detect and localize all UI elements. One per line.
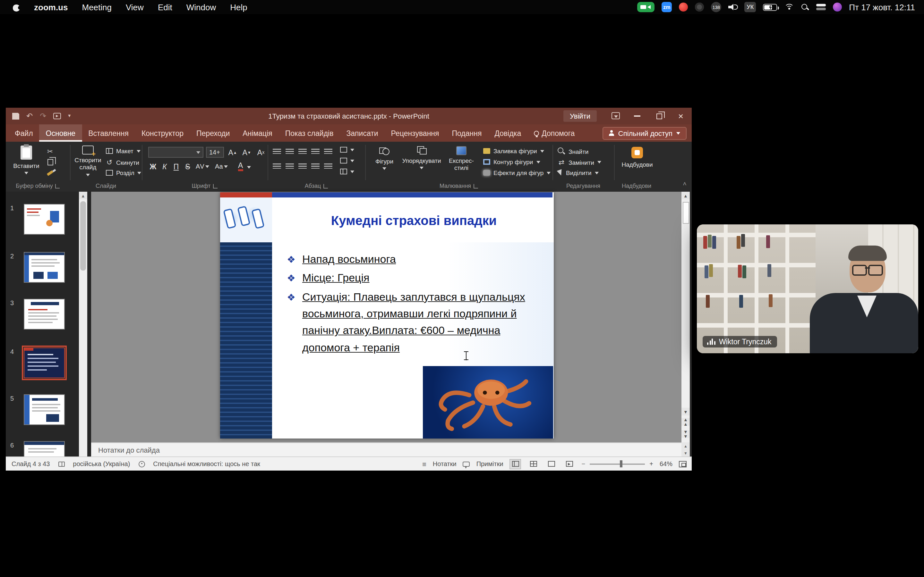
notes-pane[interactable]: Нотатки до слайда: [91, 442, 682, 456]
notes-toggle[interactable]: Нотатки: [433, 460, 457, 467]
editor-scrollbar[interactable]: ▲ ▼ ▲▲ ▼▼: [682, 192, 690, 442]
bullets-icon[interactable]: [273, 149, 281, 155]
scroll-down-icon[interactable]: ▼: [682, 450, 690, 456]
arrange-button[interactable]: Упорядкувати: [401, 146, 442, 169]
section-button[interactable]: Розділ: [106, 169, 142, 176]
notes-toggle-icon[interactable]: ≡: [422, 460, 426, 468]
apple-menu-icon[interactable]: [13, 3, 20, 11]
accessibility-icon[interactable]: [138, 461, 145, 467]
select-button[interactable]: Виділити: [557, 169, 599, 176]
quick-styles-button[interactable]: Експрес-стилі: [445, 146, 478, 172]
collapse-ribbon-icon[interactable]: ˄: [683, 180, 687, 187]
dialog-launcher-icon[interactable]: [473, 184, 478, 188]
scroll-down-icon[interactable]: ▼: [682, 408, 690, 416]
italic-button[interactable]: К: [160, 161, 170, 171]
dialog-launcher-icon[interactable]: [55, 184, 60, 188]
paste-button[interactable]: Вставити: [12, 145, 40, 174]
status-app-icon-dark[interactable]: [695, 3, 704, 11]
menu-meeting[interactable]: Meeting: [82, 2, 111, 12]
volume-icon[interactable]: [728, 3, 737, 11]
line-spacing-icon[interactable]: [324, 149, 333, 155]
sign-in-button[interactable]: Увійти: [564, 110, 597, 122]
comments-toggle[interactable]: Примітки: [477, 460, 503, 467]
menu-view[interactable]: View: [126, 2, 144, 12]
language-indicator[interactable]: російська (Україна): [73, 460, 130, 467]
zoom-camera-status-icon[interactable]: [637, 2, 654, 12]
spotlight-search-icon[interactable]: [801, 3, 809, 11]
thumbnail-scrollbar[interactable]: ▲: [79, 192, 87, 456]
chevron-down-icon[interactable]: [247, 166, 251, 169]
addins-button[interactable]: Надбудови: [619, 147, 655, 168]
proofing-icon[interactable]: [58, 461, 65, 466]
scrollbar-thumb[interactable]: [682, 202, 689, 224]
wifi-icon[interactable]: [784, 3, 794, 11]
zoom-out-icon[interactable]: −: [582, 460, 586, 467]
columns-icon[interactable]: [324, 163, 333, 170]
decrease-indent-icon[interactable]: [298, 149, 307, 155]
tab-home[interactable]: Основне: [39, 124, 82, 142]
accessibility-status[interactable]: Спеціальні можливості: щось не так: [153, 460, 260, 467]
character-spacing-icon[interactable]: АV: [196, 161, 210, 171]
shapes-button[interactable]: Фігури: [370, 146, 399, 170]
menu-bar-clock[interactable]: Пт 17 жовт. 12:11: [849, 2, 915, 12]
align-text-icon[interactable]: [340, 158, 354, 163]
tab-file[interactable]: Файл: [6, 124, 39, 142]
clear-formatting-icon[interactable]: Аx: [256, 147, 266, 157]
scroll-up-icon[interactable]: ▲: [79, 192, 87, 199]
slide-sorter-view-button[interactable]: [528, 459, 540, 469]
battery-icon[interactable]: [763, 3, 777, 11]
start-presentation-icon[interactable]: [53, 113, 61, 119]
save-icon[interactable]: [12, 113, 19, 119]
align-center-icon[interactable]: [286, 163, 294, 170]
reset-button[interactable]: ↺Скинути: [106, 158, 139, 166]
tab-helpmenu[interactable]: Довідка: [488, 124, 527, 142]
cut-icon[interactable]: ✂: [45, 147, 55, 155]
align-right-icon[interactable]: [298, 163, 307, 170]
text-direction-icon[interactable]: [340, 147, 354, 153]
tab-design[interactable]: Конструктор: [135, 124, 190, 142]
scroll-up-icon[interactable]: ▲: [682, 442, 690, 450]
smartart-convert-icon[interactable]: [340, 169, 354, 174]
share-button[interactable]: Спільний доступ: [603, 127, 687, 139]
format-painter-icon[interactable]: [45, 169, 55, 177]
minimize-button[interactable]: [626, 108, 648, 124]
tab-review[interactable]: Рецензування: [384, 124, 446, 142]
scroll-up-icon[interactable]: ▲: [682, 192, 690, 199]
status-app-icon-red[interactable]: [679, 3, 688, 11]
shrink-font-icon[interactable]: А▼: [242, 147, 252, 157]
menu-edit[interactable]: Edit: [158, 2, 172, 12]
menu-app-name[interactable]: zoom.us: [34, 2, 68, 12]
tab-slideshow[interactable]: Показ слайдів: [279, 124, 340, 142]
previous-slide-icon[interactable]: ▲▲: [682, 418, 690, 426]
justify-icon[interactable]: [311, 163, 320, 170]
change-case-icon[interactable]: Аа: [215, 161, 228, 171]
shape-fill-button[interactable]: Заливка фігури: [483, 147, 544, 155]
copy-icon[interactable]: [45, 158, 55, 166]
input-source-indicator[interactable]: УК: [744, 2, 756, 12]
dialog-launcher-icon[interactable]: [213, 184, 218, 188]
status-app-icon-purple[interactable]: [833, 3, 842, 11]
zoom-app-icon[interactable]: zm: [662, 2, 672, 12]
menu-window[interactable]: Window: [186, 2, 216, 12]
slide-body-text[interactable]: ❖ Напад восьминога ❖ Місце: Греція ❖ Сит…: [287, 251, 525, 358]
next-slide-icon[interactable]: ▼▼: [682, 430, 690, 438]
tab-view[interactable]: Подання: [446, 124, 488, 142]
tab-record[interactable]: Записати: [340, 124, 384, 142]
reading-view-button[interactable]: [546, 459, 557, 469]
redo-icon[interactable]: ↷: [40, 112, 46, 120]
font-name-combobox[interactable]: [148, 147, 204, 158]
zoom-participant-video[interactable]: Wiktor Trynczuk: [697, 224, 918, 353]
comments-icon[interactable]: [463, 461, 470, 466]
find-button[interactable]: Знайти: [557, 147, 588, 155]
underline-button[interactable]: П: [171, 161, 181, 171]
increase-indent-icon[interactable]: [311, 149, 320, 155]
customize-qat-icon[interactable]: ▾: [68, 113, 71, 119]
shape-effects-button[interactable]: Ефекти для фігур: [483, 169, 551, 176]
numbering-icon[interactable]: [286, 149, 294, 155]
align-left-icon[interactable]: [273, 163, 281, 170]
layout-button[interactable]: Макет: [106, 147, 141, 155]
restore-button[interactable]: [648, 108, 670, 124]
fit-to-window-icon[interactable]: [679, 461, 687, 467]
current-slide[interactable]: Кумедні страхові випадки ❖ Напад восьмин…: [220, 192, 554, 438]
tab-insert[interactable]: Вставлення: [82, 124, 135, 142]
